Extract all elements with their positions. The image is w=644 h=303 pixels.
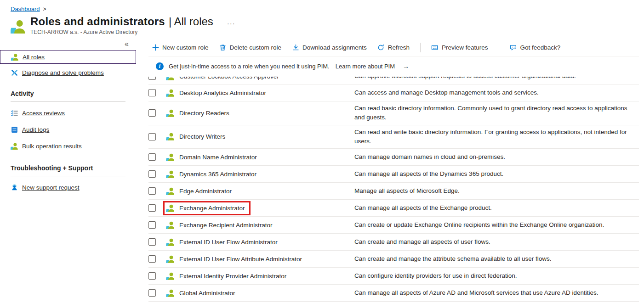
- role-icon: [166, 221, 175, 230]
- role-name[interactable]: Customer Lockbox Access Approver: [179, 77, 279, 80]
- sidebar-item-label: Bulk operation results: [22, 143, 82, 150]
- row-checkbox[interactable]: [148, 133, 156, 140]
- button-label: Preview features: [442, 44, 488, 51]
- sidebar-collapse-button[interactable]: «: [125, 40, 129, 48]
- row-checkbox[interactable]: [148, 170, 156, 178]
- role-name[interactable]: External Identity Provider Administrator: [179, 273, 286, 280]
- page-title: Roles and administrators: [30, 15, 165, 28]
- role-description: Can read basic directory information. Co…: [354, 101, 639, 125]
- role-icon: [166, 272, 175, 281]
- table-row: Exchange Recipient Administrator Can cre…: [148, 217, 639, 234]
- feedback-icon: [510, 44, 517, 51]
- sidebar-item-audit-logs[interactable]: Audit logs: [0, 121, 136, 138]
- refresh-button[interactable]: Refresh: [377, 44, 410, 51]
- row-checkbox[interactable]: [148, 238, 156, 246]
- role-description: Can approve Microsoft support requests t…: [354, 77, 639, 83]
- table-row: Directory Readers Can read basic directo…: [148, 101, 639, 125]
- row-checkbox[interactable]: [148, 289, 156, 297]
- trash-icon: [219, 44, 227, 51]
- page-subtitle: TECH-ARROW a.s. - Azure Active Directory: [30, 29, 235, 35]
- row-checkbox[interactable]: [148, 89, 156, 96]
- sidebar-item-label: Access reviews: [22, 110, 65, 117]
- toolbar-separator: [499, 43, 499, 52]
- row-checkbox[interactable]: [148, 272, 156, 280]
- role-name[interactable]: Domain Name Administrator: [179, 154, 257, 161]
- table-row: Global Administrator Can manage all aspe…: [148, 285, 639, 302]
- breadcrumb: Dashboard >: [0, 0, 644, 13]
- role-description: Can manage all aspects of the Dynamics 3…: [354, 167, 639, 181]
- role-icon: [166, 153, 175, 162]
- diagnose-tools-icon: [11, 69, 18, 77]
- sidebar-item-new-support-request[interactable]: New support request: [0, 179, 136, 196]
- row-checkbox[interactable]: [148, 221, 156, 229]
- row-checkbox[interactable]: [148, 77, 156, 80]
- toolbar: New custom role Delete custom role: [148, 39, 639, 56]
- sidebar-item-label: All roles: [23, 54, 45, 61]
- role-icon: [166, 89, 175, 97]
- role-icon: [166, 289, 175, 297]
- role-name[interactable]: Exchange Administrator: [179, 205, 245, 212]
- table-row: Exchange Administrator Can manage all as…: [148, 200, 639, 217]
- got-feedback-button[interactable]: Got feedback?: [510, 44, 561, 51]
- role-name[interactable]: External ID User Flow Administrator: [179, 239, 278, 246]
- pim-learn-more-link[interactable]: Learn more about PIM: [336, 63, 395, 70]
- new-custom-role-button[interactable]: New custom role: [152, 44, 209, 51]
- role-icon: [166, 204, 175, 213]
- role-description: Can create or update Exchange Online rec…: [354, 218, 639, 232]
- button-label: New custom role: [162, 44, 209, 51]
- breadcrumb-separator: >: [43, 6, 46, 12]
- role-icon: [166, 132, 175, 141]
- table-row: Domain Name Administrator Can manage dom…: [148, 149, 639, 166]
- row-checkbox[interactable]: [148, 204, 156, 212]
- delete-custom-role-button[interactable]: Delete custom role: [219, 44, 282, 51]
- table-row: External ID User Flow Attribute Administ…: [148, 251, 639, 268]
- button-label: Refresh: [388, 44, 410, 51]
- row-checkbox[interactable]: [148, 255, 156, 263]
- support-person-icon: [11, 184, 18, 191]
- row-checkbox[interactable]: [148, 187, 156, 195]
- role-description: Can manage domain names in cloud and on-…: [354, 150, 639, 164]
- toolbar-separator: [420, 43, 421, 52]
- sidebar-item-access-reviews[interactable]: Access reviews: [0, 105, 136, 121]
- more-menu-button[interactable]: ···: [227, 17, 235, 27]
- table-row: External Identity Provider Administrator…: [148, 268, 639, 285]
- preview-features-button[interactable]: Preview features: [431, 44, 488, 51]
- sidebar-item-label: Diagnose and solve problems: [22, 69, 104, 76]
- row-checkbox[interactable]: [148, 153, 156, 161]
- sidebar-item-label: New support request: [22, 184, 80, 191]
- role-description: Can manage all aspects of Azure AD and M…: [354, 286, 639, 300]
- breadcrumb-dashboard-link[interactable]: Dashboard: [11, 6, 40, 12]
- role-name[interactable]: Directory Writers: [179, 133, 225, 140]
- button-label: Delete custom role: [230, 44, 282, 51]
- pim-info-banner: i Get just-in-time access to a role when…: [148, 56, 639, 76]
- role-name[interactable]: Edge Administrator: [179, 188, 232, 195]
- page-title-suffix: | All roles: [169, 15, 213, 28]
- role-name[interactable]: Directory Readers: [179, 110, 229, 117]
- sidebar-item-all-roles[interactable]: All roles: [0, 50, 136, 64]
- sidebar-item-diagnose[interactable]: Diagnose and solve problems: [0, 66, 136, 80]
- download-assignments-button[interactable]: Download assignments: [292, 44, 367, 51]
- access-reviews-icon: [11, 109, 18, 117]
- table-row: Desktop Analytics Administrator Can acce…: [148, 84, 639, 101]
- role-name[interactable]: Dynamics 365 Administrator: [179, 171, 256, 178]
- role-name[interactable]: Desktop Analytics Administrator: [179, 90, 266, 96]
- row-checkbox[interactable]: [148, 109, 156, 117]
- role-name[interactable]: External ID User Flow Attribute Administ…: [179, 256, 302, 263]
- role-description: Can access and manage Desktop management…: [354, 86, 639, 100]
- banner-message: Get just-in-time access to a role when y…: [169, 63, 330, 70]
- table-row: Edge Administrator Manage all aspects of…: [148, 183, 639, 200]
- role-description: Manage all aspects of Microsoft Edge.: [354, 184, 639, 198]
- role-icon: [166, 77, 175, 81]
- sidebar-item-bulk-operation-results[interactable]: Bulk operation results: [0, 138, 136, 154]
- roles-table: Customer Lockbox Access Approver Can app…: [148, 77, 639, 302]
- role-description: Can read and write basic directory infor…: [354, 125, 639, 149]
- sidebar-section-troubleshooting: Troubleshooting + Support: [11, 164, 125, 176]
- role-name[interactable]: Exchange Recipient Administrator: [179, 222, 273, 229]
- audit-logs-icon: [11, 126, 18, 134]
- role-description: Can create and manage all aspects of use…: [354, 235, 639, 249]
- preview-features-icon: [431, 44, 439, 51]
- arrow-right-icon[interactable]: →: [403, 62, 409, 70]
- role-description: Can create and manage the attribute sche…: [354, 252, 639, 266]
- page-header: Roles and administrators | All roles ···…: [0, 13, 644, 39]
- role-name[interactable]: Global Administrator: [179, 290, 235, 297]
